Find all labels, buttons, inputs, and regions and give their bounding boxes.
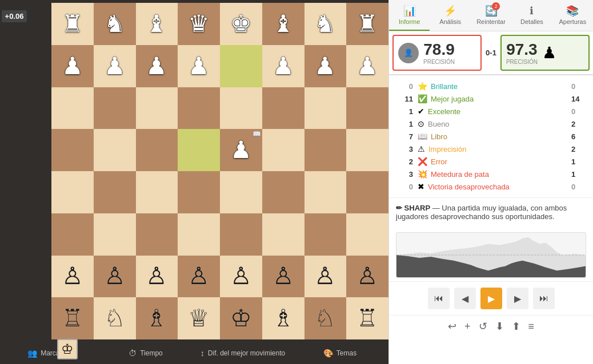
square[interactable]: ♙ — [94, 256, 136, 298]
player-left: 👤 78.9 Precisión — [392, 35, 482, 71]
bottom-dif[interactable]: ↕ Dif. del mejor movimiento — [194, 345, 291, 361]
download-icon[interactable]: ⬇ — [495, 320, 504, 333]
square[interactable] — [136, 129, 178, 171]
tab-aperturas[interactable]: 📚 Aperturas — [552, 0, 593, 31]
square[interactable]: ♖ — [51, 297, 94, 339]
chess-piece: ♘ — [314, 306, 336, 330]
square[interactable]: ♚ — [220, 3, 262, 45]
square[interactable] — [178, 171, 220, 213]
square[interactable] — [262, 129, 304, 171]
square[interactable] — [304, 87, 347, 130]
square[interactable]: ♗ — [262, 297, 304, 339]
sharp-title: ✏ SHARP — Una partida muy igualada, con … — [396, 204, 586, 221]
graph-area — [396, 232, 586, 278]
square[interactable]: ♞ — [304, 3, 347, 45]
square[interactable]: ♟ — [178, 45, 220, 87]
square[interactable]: ♛ — [178, 3, 220, 45]
tab-detalles[interactable]: ℹ Detalles — [511, 0, 552, 31]
add-icon[interactable]: + — [464, 321, 471, 333]
square[interactable] — [262, 213, 304, 256]
square[interactable]: ♞ — [94, 3, 136, 45]
square[interactable]: ♟ — [262, 45, 304, 87]
square[interactable] — [346, 129, 388, 171]
stat-row: 1 ⊙ Bueno 2 — [396, 118, 586, 130]
square[interactable] — [136, 87, 178, 130]
square[interactable] — [178, 129, 220, 171]
square[interactable]: ♙ — [136, 256, 178, 298]
square[interactable] — [220, 213, 262, 256]
square[interactable] — [220, 45, 262, 87]
square[interactable] — [262, 171, 304, 213]
detalles-icon: ℹ — [530, 5, 534, 17]
square[interactable] — [94, 87, 136, 130]
square[interactable]: ♝ — [262, 3, 304, 45]
square[interactable] — [94, 129, 136, 171]
flip-icon[interactable]: ↩ — [448, 320, 456, 333]
share-icon[interactable]: ⬆ — [512, 320, 520, 333]
tab-informe[interactable]: 📊 Informe — [389, 0, 430, 31]
main-area: +0.06 ⚙ ♜♞♝♛♚♝♞♜♟♟♟♟♟♟♟♟📖♙♙♙♙♙♙♙♙♖♘♗♕♔♗♘… — [0, 0, 593, 364]
stat-label: ⊙ Bueno — [413, 119, 569, 128]
square[interactable] — [346, 87, 388, 130]
first-button[interactable]: ⏮ — [428, 288, 450, 309]
square[interactable] — [51, 87, 94, 130]
stat-left-num: 7 — [396, 132, 413, 141]
square[interactable] — [136, 171, 178, 213]
menu-icon[interactable]: ≡ — [528, 321, 535, 333]
square[interactable] — [304, 129, 347, 171]
play-button[interactable]: ▶ — [480, 288, 502, 309]
square[interactable] — [304, 171, 347, 213]
tab-analisis[interactable]: ⚡ Análisis — [430, 0, 470, 31]
square[interactable] — [51, 213, 94, 256]
chess-piece: ♖ — [62, 306, 83, 330]
square[interactable] — [178, 87, 220, 130]
square[interactable]: ♙ — [51, 256, 94, 298]
bottom-marcador[interactable]: 👥 Marcador — [0, 345, 97, 361]
square[interactable]: ♙ — [346, 256, 388, 298]
square[interactable]: ♟ — [94, 45, 136, 87]
refresh-icon[interactable]: ↺ — [479, 320, 487, 333]
last-button[interactable]: ⏭ — [533, 288, 555, 309]
square[interactable]: ♗ — [136, 297, 178, 339]
chess-piece: ♙ — [230, 264, 252, 288]
square[interactable]: ♟ — [346, 45, 388, 87]
square[interactable] — [51, 171, 94, 213]
square[interactable] — [178, 213, 220, 256]
square[interactable] — [94, 213, 136, 256]
square[interactable] — [346, 213, 388, 256]
square[interactable]: ♙ — [178, 256, 220, 298]
square[interactable]: ♕ — [178, 297, 220, 339]
square[interactable]: ♜ — [51, 3, 94, 45]
prev-button[interactable]: ◀ — [454, 288, 476, 309]
square[interactable]: ♘ — [94, 297, 136, 339]
chess-piece: ♛ — [188, 12, 210, 36]
chess-piece: ♝ — [273, 12, 294, 36]
square[interactable]: ♙ — [262, 256, 304, 298]
square[interactable]: ♔ — [220, 297, 262, 339]
dif-label: Dif. del mejor movimiento — [208, 349, 285, 357]
square[interactable]: ♝ — [136, 3, 178, 45]
square[interactable] — [136, 213, 178, 256]
stat-name-text: Error — [431, 157, 447, 166]
bottom-temas[interactable]: 🎨 Temas — [291, 345, 388, 361]
square[interactable] — [220, 87, 262, 130]
bottom-tiempo[interactable]: ⏱ Tiempo — [97, 345, 194, 361]
square[interactable]: ♟ — [51, 45, 94, 87]
square[interactable]: ♜ — [346, 3, 388, 45]
square[interactable]: ♟ — [304, 45, 347, 87]
square[interactable]: ♙ — [304, 256, 347, 298]
square[interactable]: ♟ — [136, 45, 178, 87]
square[interactable] — [346, 171, 388, 213]
tab-reintentar[interactable]: 🔄 Reintentar 2 — [471, 0, 511, 31]
square[interactable] — [51, 129, 94, 171]
square[interactable]: ♘ — [304, 297, 347, 339]
square[interactable] — [220, 171, 262, 213]
square[interactable]: ♟📖 — [220, 129, 262, 171]
next-button[interactable]: ▶ — [507, 288, 528, 309]
square[interactable]: ♙ — [220, 256, 262, 298]
square[interactable] — [304, 213, 347, 256]
square[interactable]: ♖ — [346, 297, 388, 339]
stat-row: 11 ✅ Mejor jugada 14 — [396, 92, 586, 105]
square[interactable] — [262, 87, 304, 130]
square[interactable] — [94, 171, 136, 213]
